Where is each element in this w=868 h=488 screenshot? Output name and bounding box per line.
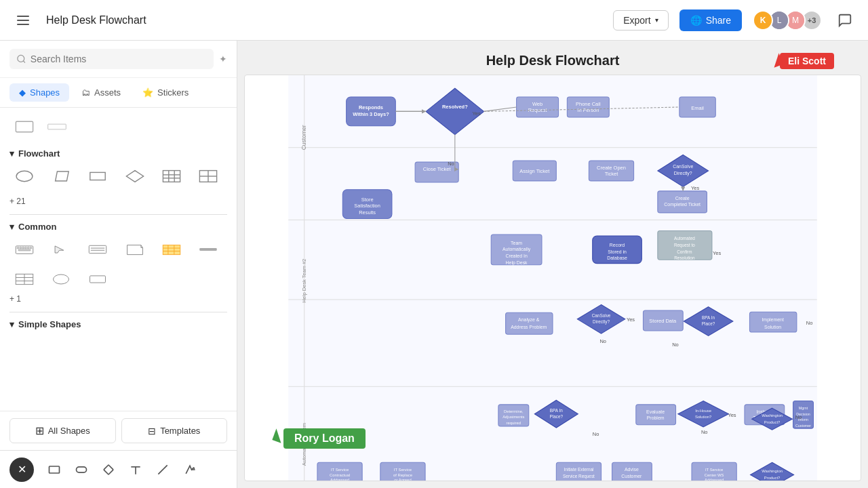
- svg-text:Help Desk: Help Desk: [506, 260, 528, 266]
- templates-icon: ⊟: [148, 426, 156, 436]
- shape-tabs: ◆ Shapes 🗂 Assets ⭐ Stickers: [0, 78, 237, 108]
- share-button[interactable]: 🌐 Share: [679, 9, 742, 31]
- svg-text:IT Service: IT Service: [705, 468, 723, 472]
- arrow-tool[interactable]: [178, 458, 202, 482]
- category-flowchart[interactable]: ▾ Flowchart: [9, 144, 227, 164]
- svg-rect-2: [16, 121, 33, 131]
- svg-text:Product?: Product?: [764, 420, 781, 424]
- svg-rect-32: [199, 248, 216, 251]
- tab-assets[interactable]: 🗂 Assets: [72, 83, 130, 102]
- flowchart-shape-oval[interactable]: [9, 164, 39, 188]
- document-title[interactable]: Help Desk Flowchart: [46, 14, 602, 26]
- templates-button[interactable]: ⊟ Templates: [121, 418, 228, 443]
- svg-text:Customer: Customer: [300, 125, 307, 150]
- comment-button[interactable]: [833, 8, 857, 33]
- search-input[interactable]: [31, 54, 207, 64]
- common-shapes-grid2: [9, 267, 227, 291]
- shape-preview-1[interactable]: [9, 115, 39, 139]
- flowchart-shape-rect[interactable]: [83, 164, 113, 188]
- svg-text:Directly?: Directly?: [593, 319, 610, 325]
- svg-text:or Agreed: or Agreed: [394, 478, 411, 481]
- svg-text:Evaluate: Evaluate: [646, 409, 665, 414]
- common-shape-keyboard2[interactable]: [83, 237, 113, 262]
- flowchart-shape-crossgrid[interactable]: [193, 164, 223, 188]
- svg-text:No: No: [599, 338, 606, 344]
- diamond-tool[interactable]: [96, 458, 121, 482]
- rounded-rect-tool[interactable]: [69, 458, 94, 482]
- svg-text:Analyze &: Analyze &: [518, 317, 540, 323]
- pin-icon[interactable]: ✦: [219, 54, 227, 64]
- assets-tab-label: Assets: [94, 87, 121, 98]
- flowchart-more[interactable]: + 21: [9, 194, 227, 211]
- flowchart-category-label: Flowchart: [18, 148, 60, 159]
- common-shape-rect2[interactable]: [83, 267, 113, 291]
- flowchart-container[interactable]: Customer Help Desk Team #2 Automated Sys…: [244, 75, 861, 481]
- svg-text:Resolution: Resolution: [674, 256, 695, 260]
- svg-text:IT Service: IT Service: [331, 468, 349, 472]
- common-shape-ellipse[interactable]: [46, 267, 76, 291]
- text-tool[interactable]: [123, 458, 148, 482]
- canvas-area[interactable]: Help Desk Flowchart Customer Help Desk T…: [237, 41, 868, 488]
- svg-rect-21: [27, 247, 29, 249]
- common-shape-grid2[interactable]: [9, 267, 39, 291]
- collaborator-avatars: K +3: [753, 10, 822, 30]
- svg-rect-8: [163, 171, 180, 182]
- svg-text:No: No: [795, 414, 802, 420]
- main-content: ✦ ◆ Shapes 🗂 Assets ⭐ Stickers: [0, 41, 868, 488]
- common-more[interactable]: + 1: [9, 291, 227, 309]
- common-shape-table[interactable]: [157, 237, 186, 262]
- svg-text:of Replace: of Replace: [393, 473, 412, 477]
- category-common[interactable]: ▾ Common: [9, 218, 227, 237]
- svg-marker-5: [56, 171, 69, 181]
- svg-text:Address Problem: Address Problem: [511, 325, 547, 329]
- search-icon: [16, 54, 26, 64]
- stickers-tab-icon: ⭐: [142, 87, 153, 98]
- svg-text:Center WS: Center WS: [705, 473, 724, 477]
- close-button[interactable]: ✕: [9, 458, 34, 482]
- avatar-1[interactable]: K: [753, 10, 773, 30]
- svg-text:Addressed: Addressed: [330, 478, 349, 481]
- svg-text:Created In: Created In: [505, 253, 528, 258]
- canvas-title: Help Desk Flowchart: [237, 41, 868, 75]
- svg-text:Responds: Responds: [359, 104, 383, 110]
- category-simple-shapes[interactable]: ▾ Simple Shapes: [9, 315, 227, 335]
- rectangle-tool[interactable]: [42, 458, 66, 482]
- share-label: Share: [706, 15, 731, 26]
- svg-text:Database: Database: [607, 256, 627, 260]
- svg-text:Close Ticket: Close Ticket: [423, 166, 452, 172]
- svg-text:Directly?: Directly?: [674, 171, 692, 176]
- text-icon: [129, 463, 142, 476]
- svg-text:Yes: Yes: [472, 110, 480, 117]
- shape-preview-2[interactable]: [42, 115, 72, 139]
- all-shapes-button[interactable]: ⊞ All Shapes: [9, 418, 116, 443]
- menu-button[interactable]: [11, 8, 35, 33]
- arrow-icon: [183, 463, 197, 476]
- flowchart-shape-grid[interactable]: [157, 164, 186, 188]
- svg-rect-24: [90, 245, 106, 253]
- search-input-wrap[interactable]: [9, 49, 214, 69]
- common-shape-mouse[interactable]: [46, 237, 76, 262]
- common-shape-note[interactable]: [120, 237, 150, 262]
- svg-text:Washington: Washington: [762, 413, 783, 418]
- line-tool[interactable]: [151, 458, 175, 482]
- svg-text:No: No: [448, 161, 454, 167]
- svg-point-4: [16, 171, 33, 181]
- tab-shapes[interactable]: ◆ Shapes: [9, 83, 69, 102]
- common-shapes-grid: [9, 237, 227, 262]
- all-shapes-grid-icon: ⊞: [35, 424, 44, 437]
- common-shape-keyboard[interactable]: [9, 237, 39, 262]
- tab-stickers[interactable]: ⭐ Stickers: [133, 83, 198, 102]
- svg-rect-134: [636, 405, 676, 425]
- flowchart-shape-parallelogram[interactable]: [46, 164, 76, 188]
- svg-text:Contractual: Contractual: [330, 473, 350, 477]
- chevron-common-icon: ▾: [9, 222, 14, 232]
- all-shapes-label: All Shapes: [48, 426, 90, 436]
- svg-text:Yes: Yes: [627, 317, 635, 323]
- svg-rect-109: [506, 312, 553, 334]
- common-shape-bar[interactable]: [193, 237, 223, 262]
- export-button[interactable]: Export ▾: [613, 10, 668, 30]
- svg-text:In Person: In Person: [577, 107, 599, 113]
- svg-text:Problem: Problem: [647, 415, 665, 420]
- flowchart-shape-diamond[interactable]: [120, 164, 150, 188]
- svg-text:CanSolve: CanSolve: [673, 164, 693, 169]
